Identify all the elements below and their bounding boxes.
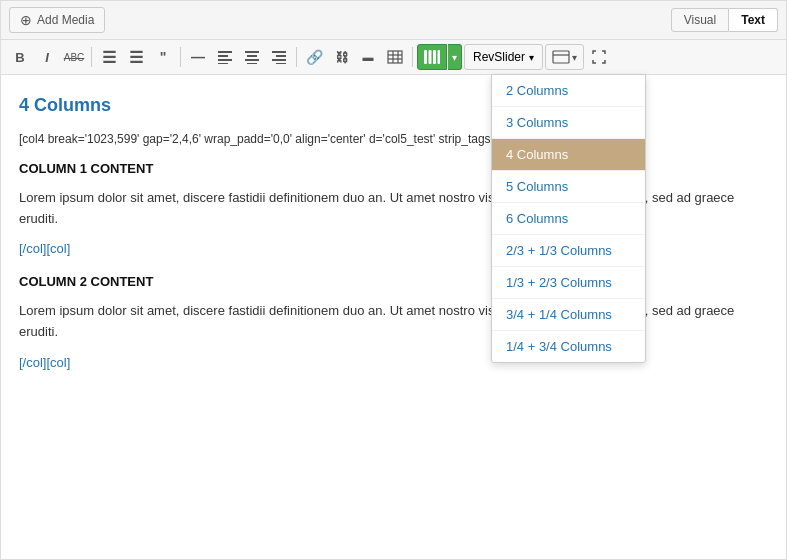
separator-1 <box>91 47 92 67</box>
separator-4 <box>412 47 413 67</box>
align-right-button[interactable] <box>266 44 292 70</box>
svg-rect-4 <box>245 51 259 53</box>
svg-rect-1 <box>218 55 228 57</box>
insert-link-button[interactable]: 🔗 <box>301 44 327 70</box>
align-center-button[interactable] <box>239 44 265 70</box>
view-tabs: Visual Text <box>671 8 778 32</box>
columns-dropdown-arrow[interactable]: ▾ <box>448 44 462 70</box>
dropdown-item-6col[interactable]: 6 Columns <box>492 203 645 235</box>
svg-rect-2 <box>218 59 232 61</box>
col2-lorem: Lorem ipsum dolor sit amet, discere fast… <box>19 301 768 343</box>
svg-rect-6 <box>245 59 259 61</box>
editor-content[interactable]: 4 Columns [col4 break='1023,599' gap='2,… <box>1 75 786 559</box>
toolbar-group-align: — <box>185 44 292 70</box>
revslider-label: RevSlider <box>473 50 525 64</box>
dropdown-item-2col[interactable]: 2 Columns <box>492 75 645 107</box>
ordered-list-button[interactable]: ☰ <box>123 44 149 70</box>
svg-rect-12 <box>388 51 402 63</box>
toolbar: B I ABC ☰ ☰ " — 🔗 ⛓ ▬ <box>1 40 786 75</box>
svg-rect-10 <box>272 59 286 61</box>
align-left-button[interactable] <box>212 44 238 70</box>
fullscreen-button[interactable] <box>586 44 612 70</box>
italic-button[interactable]: I <box>34 44 60 70</box>
editor-wrap: ⊕ Add Media Visual Text B I ABC ☰ ☰ " — <box>0 0 787 560</box>
add-media-button[interactable]: ⊕ Add Media <box>9 7 105 33</box>
svg-rect-21 <box>553 51 569 63</box>
unordered-list-button[interactable]: ☰ <box>96 44 122 70</box>
shortcode-line: [col4 break='1023,599' gap='2,4,6' wrap_… <box>19 130 768 149</box>
svg-rect-5 <box>247 55 257 57</box>
separator-2 <box>180 47 181 67</box>
revslider-button[interactable]: RevSlider ▾ <box>464 44 543 70</box>
add-media-icon: ⊕ <box>20 12 32 28</box>
col1-tag: [/col][col] <box>19 239 768 260</box>
col2-tag: [/col][col] <box>19 353 768 374</box>
tab-text[interactable]: Text <box>729 8 778 32</box>
columns-dropdown-menu: 2 Columns 3 Columns 4 Columns 5 Columns … <box>491 74 646 363</box>
dropdown-item-2-3_1-3[interactable]: 2/3 + 1/3 Columns <box>492 235 645 267</box>
dropdown-item-3col[interactable]: 3 Columns <box>492 107 645 139</box>
svg-rect-3 <box>218 63 228 64</box>
dropdown-item-3-4_1-4[interactable]: 3/4 + 1/4 Columns <box>492 299 645 331</box>
dropdown-item-1-3_2-3[interactable]: 1/3 + 2/3 Columns <box>492 267 645 299</box>
toolbar-group-list: ☰ ☰ " <box>96 44 176 70</box>
svg-rect-19 <box>433 50 436 64</box>
remove-link-button[interactable]: ⛓ <box>328 44 354 70</box>
dropdown-item-5col[interactable]: 5 Columns <box>492 171 645 203</box>
columns-button[interactable] <box>417 44 447 70</box>
icon-button[interactable]: ▾ <box>545 44 584 70</box>
tab-visual[interactable]: Visual <box>671 8 729 32</box>
svg-rect-7 <box>247 63 257 64</box>
insert-more-button[interactable]: ▬ <box>355 44 381 70</box>
table-button[interactable] <box>382 44 408 70</box>
bold-button[interactable]: B <box>7 44 33 70</box>
separator-3 <box>296 47 297 67</box>
svg-rect-18 <box>429 50 432 64</box>
svg-rect-20 <box>438 50 441 64</box>
svg-rect-11 <box>276 63 286 64</box>
dropdown-item-4col[interactable]: 4 Columns <box>492 139 645 171</box>
content-title: 4 Columns <box>19 91 768 120</box>
toolbar-group-link: 🔗 ⛓ ▬ <box>301 44 408 70</box>
add-media-label: Add Media <box>37 13 94 27</box>
col1-lorem: Lorem ipsum dolor sit amet, discere fast… <box>19 188 768 230</box>
top-bar: ⊕ Add Media Visual Text <box>1 1 786 40</box>
svg-rect-9 <box>276 55 286 57</box>
hr-button[interactable]: — <box>185 44 211 70</box>
svg-rect-8 <box>272 51 286 53</box>
col2-heading: COLUMN 2 CONTENT <box>19 272 768 293</box>
revslider-arrow: ▾ <box>529 52 534 63</box>
toolbar-group-format: B I ABC <box>7 44 87 70</box>
dropdown-item-1-4_3-4[interactable]: 1/4 + 3/4 Columns <box>492 331 645 362</box>
svg-rect-17 <box>424 50 427 64</box>
toolbar-group-columns: ▾ <box>417 44 462 70</box>
strikethrough-button[interactable]: ABC <box>61 44 87 70</box>
svg-rect-0 <box>218 51 232 53</box>
blockquote-button[interactable]: " <box>150 44 176 70</box>
col1-heading: COLUMN 1 CONTENT <box>19 159 768 180</box>
